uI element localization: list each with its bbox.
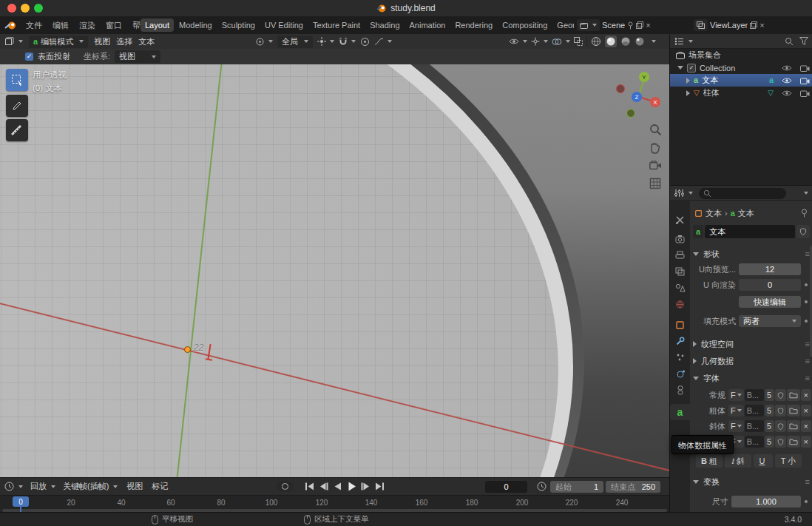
open-font-button[interactable] bbox=[787, 405, 800, 417]
tab-uv-editing[interactable]: UV Editing bbox=[260, 18, 308, 32]
clock-icon[interactable] bbox=[537, 482, 547, 491]
u-render-field[interactable]: 0 bbox=[739, 279, 801, 291]
tab-render[interactable] bbox=[670, 231, 690, 247]
timeline-menu-marker[interactable]: 标记 bbox=[152, 481, 168, 492]
tab-modeling[interactable]: Modeling bbox=[175, 18, 217, 32]
snap-target-button[interactable] bbox=[317, 37, 334, 46]
object-origin-dot[interactable] bbox=[184, 346, 191, 353]
font-name-field[interactable]: B... bbox=[745, 420, 764, 432]
outliner-filter-icon[interactable] bbox=[799, 37, 808, 45]
blender-logo-icon[interactable] bbox=[4, 21, 17, 30]
ortho-toggle-button[interactable] bbox=[649, 178, 661, 189]
shading-dropdown[interactable] bbox=[652, 40, 656, 43]
tab-scene[interactable] bbox=[670, 280, 690, 296]
play-button[interactable] bbox=[345, 481, 358, 492]
camera-view-button[interactable] bbox=[649, 161, 662, 170]
shading-wireframe-button[interactable] bbox=[591, 36, 601, 47]
outliner-editor-type-button[interactable] bbox=[674, 37, 693, 46]
tab-texture-paint[interactable]: Texture Paint bbox=[308, 18, 365, 32]
viewport-3d[interactable]: 22 用户透视 (0) 文本 bbox=[0, 64, 669, 477]
current-frame-field[interactable]: 0 bbox=[485, 481, 527, 493]
font-file-button[interactable]: F bbox=[728, 405, 744, 417]
unlink-button[interactable]: × bbox=[801, 436, 811, 448]
timeline-editor-type-button[interactable] bbox=[4, 482, 23, 491]
outliner-row-collection[interactable]: ✓ Collection bbox=[670, 61, 812, 74]
animate-dot[interactable] bbox=[805, 300, 808, 303]
hide-eye-icon[interactable] bbox=[782, 64, 792, 72]
menu-render[interactable]: 渲染 bbox=[75, 18, 100, 32]
font-users-count[interactable]: 5 bbox=[765, 405, 774, 417]
font-name-field[interactable]: B... bbox=[745, 436, 764, 448]
small-caps-toggle[interactable]: T小 bbox=[775, 454, 802, 468]
play-reverse-button[interactable] bbox=[331, 481, 344, 492]
proportional-editing-icon[interactable] bbox=[360, 37, 370, 47]
outliner-row-cylinder-object[interactable]: ▽ 柱体 ▽ bbox=[670, 87, 812, 99]
close-icon[interactable]: × bbox=[646, 21, 650, 30]
underline-toggle[interactable]: U bbox=[754, 454, 773, 468]
shading-material-button[interactable] bbox=[620, 36, 631, 47]
font-file-button[interactable]: F bbox=[728, 389, 744, 401]
size-field[interactable]: 1.000 bbox=[731, 496, 801, 508]
falloff-curve-button[interactable] bbox=[374, 37, 392, 46]
properties-search-input[interactable] bbox=[699, 188, 786, 199]
pivot-point-button[interactable] bbox=[255, 37, 273, 47]
zoom-view-button[interactable] bbox=[649, 124, 662, 136]
navigation-gizmo[interactable]: Y X Z bbox=[614, 69, 666, 121]
auto-key-toggle[interactable] bbox=[277, 481, 294, 492]
tab-layout[interactable]: Layout bbox=[141, 18, 174, 32]
coord-system-dropdown[interactable]: 视图 bbox=[115, 50, 160, 63]
section-font[interactable]: 字体 ≡ bbox=[693, 371, 810, 385]
jump-to-start-button[interactable] bbox=[303, 481, 316, 492]
snap-magnet-button[interactable] bbox=[339, 37, 356, 47]
tab-object[interactable] bbox=[670, 317, 690, 333]
font-users-count[interactable]: 5 bbox=[765, 420, 774, 432]
id-type-button[interactable]: a bbox=[693, 225, 703, 238]
tab-shading[interactable]: Shading bbox=[365, 18, 404, 32]
surface-project-checkbox[interactable]: ✓ bbox=[25, 53, 33, 61]
quick-edit-button[interactable]: 快速编辑 bbox=[739, 296, 801, 308]
object-visibility-button[interactable] bbox=[509, 38, 527, 45]
font-file-button[interactable]: F bbox=[728, 420, 744, 432]
tab-world[interactable] bbox=[670, 296, 690, 312]
section-texture-space[interactable]: 纹理空间 ≡ bbox=[693, 337, 810, 351]
font-name-field[interactable]: B... bbox=[745, 389, 764, 401]
tab-animation[interactable]: Animation bbox=[405, 18, 450, 32]
menu-text[interactable]: 文本 bbox=[138, 36, 155, 47]
hide-eye-icon[interactable] bbox=[782, 90, 792, 97]
close-icon[interactable]: × bbox=[759, 21, 764, 30]
select-box-tool[interactable] bbox=[6, 69, 28, 91]
italic-toggle[interactable]: I斜 bbox=[725, 454, 751, 468]
playhead-marker[interactable]: 0 bbox=[13, 496, 29, 507]
section-geometry-data[interactable]: 几何数据 ≡ bbox=[693, 354, 810, 368]
tab-constraints[interactable] bbox=[670, 382, 690, 398]
prev-keyframe-button[interactable] bbox=[317, 481, 330, 492]
open-font-button[interactable] bbox=[787, 389, 800, 401]
properties-options-dropdown[interactable] bbox=[804, 192, 808, 195]
tab-geometry-nodes[interactable]: Geome bbox=[552, 18, 574, 32]
font-users-count[interactable]: 5 bbox=[765, 436, 774, 448]
shading-rendered-button[interactable] bbox=[635, 36, 645, 47]
xray-toggle[interactable] bbox=[574, 37, 583, 46]
tab-physics[interactable] bbox=[670, 365, 690, 382]
bold-toggle[interactable]: B粗 bbox=[696, 454, 723, 468]
open-font-button[interactable] bbox=[787, 436, 800, 448]
frame-end-field[interactable]: 结束点250 bbox=[606, 481, 660, 493]
menu-select[interactable]: 选择 bbox=[116, 36, 132, 47]
tab-compositing[interactable]: Compositing bbox=[498, 18, 552, 32]
font-users-count[interactable]: 5 bbox=[765, 389, 774, 401]
mode-dropdown[interactable]: a 编辑模式 bbox=[29, 36, 88, 48]
animate-dot[interactable] bbox=[805, 320, 808, 323]
menu-file[interactable]: 文件 bbox=[21, 18, 47, 32]
render-camera-icon[interactable] bbox=[800, 64, 810, 72]
breadcrumb-object[interactable]: 文本 bbox=[706, 208, 722, 219]
viewlayer-name[interactable]: ViewLayer bbox=[710, 21, 748, 30]
viewlayer-selector[interactable] bbox=[694, 19, 708, 31]
unlink-button[interactable]: × bbox=[801, 389, 811, 401]
u-preview-field[interactable]: 12 bbox=[739, 263, 801, 275]
fill-mode-dropdown[interactable]: 两者 bbox=[739, 315, 801, 327]
jump-to-end-button[interactable] bbox=[373, 481, 386, 492]
next-keyframe-button[interactable] bbox=[359, 481, 372, 492]
fake-user-button[interactable] bbox=[796, 225, 810, 238]
menu-view3d[interactable]: 视图 bbox=[94, 36, 110, 47]
tab-modifiers[interactable] bbox=[670, 333, 690, 349]
